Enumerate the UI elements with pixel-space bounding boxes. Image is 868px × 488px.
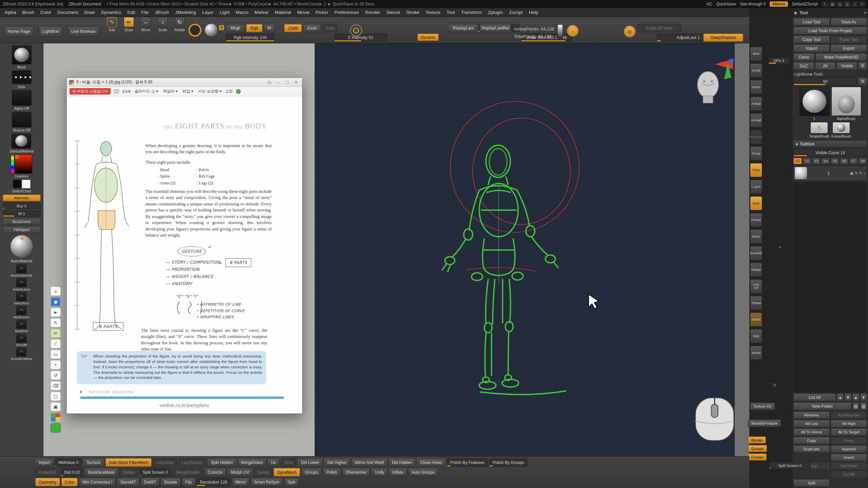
bottom-shelf-button[interactable]: ZRemesher — [342, 468, 370, 476]
save-as-button[interactable]: Save As — [831, 18, 867, 26]
shift-down-icon[interactable]: ▼ — [860, 393, 867, 401]
live-boolean-button[interactable]: Live Boolean — [68, 26, 99, 37]
right-shelf-button[interactable]: BPR — [750, 47, 762, 61]
bottom-shelf-button[interactable]: BackfaceMask — [85, 468, 118, 476]
clone-button[interactable]: Clone — [793, 53, 814, 61]
subtool-action-button[interactable]: Paste — [831, 437, 867, 444]
subtool-tab[interactable]: V1 — [793, 158, 802, 164]
paint-icon[interactable]: ✎ — [855, 171, 858, 176]
undo-icon[interactable]: ↺ — [51, 371, 61, 380]
bottom-shelf-button[interactable]: Import — [35, 458, 54, 467]
bottom-shelf-button[interactable]: Polish By Features — [447, 458, 488, 467]
menu-item[interactable]: JModeling — [172, 10, 199, 15]
goz-visible-button[interactable]: Visible — [836, 62, 857, 70]
menu-item[interactable]: Alpha — [1, 10, 19, 15]
menu-item[interactable]: Light — [217, 10, 233, 15]
menu-item[interactable]: Movie — [294, 10, 313, 15]
rgb-intensity-slider[interactable]: Rgb Intensity 100 — [226, 34, 275, 42]
mode-button[interactable]: ✎ Edit — [104, 17, 119, 37]
viewer-menu-item[interactable]: 책갈피 ▾ — [163, 89, 177, 94]
bottom-shelf-button[interactable]: Min Connected I — [79, 478, 115, 486]
pin-button[interactable]: 고정 — [225, 89, 233, 94]
replay-last-rel-button[interactable]: ReplayLastRel — [479, 24, 511, 32]
layers-icon[interactable]: ▤ — [837, 1, 843, 7]
viewer-titlebar[interactable]: 0 - 비율, 리듬 > 1 (9).jpg [1/20] - 꿀뷰 5.35 … — [67, 78, 302, 87]
subtool-tab[interactable]: V7 — [849, 158, 857, 164]
subtool-tab[interactable]: V3 — [812, 158, 821, 164]
bottom-shelf-button[interactable]: Auto Mask FiberMesh — [105, 458, 152, 467]
right-shelf-button[interactable]: Floor — [750, 163, 762, 177]
menu-item[interactable]: Marker — [252, 10, 272, 15]
right-shelf-button[interactable]: Actual — [750, 97, 762, 111]
bottom-shelf-button[interactable]: SDiv — [281, 458, 296, 467]
bottom-shelf-button[interactable]: Auto Groups — [408, 468, 438, 476]
close-icon[interactable]: ✕ — [292, 79, 300, 85]
bottom-shelf-button[interactable]: MidValue 0 — [55, 458, 82, 467]
visibility-eye-icon[interactable]: ◉ — [850, 171, 853, 176]
right-shelf-button[interactable]: Line Fill — [750, 279, 762, 293]
bottom-shelf-button[interactable]: Split Screen 0 — [139, 468, 172, 476]
mode-button[interactable]: ↔ Move — [138, 17, 153, 37]
bottom-shelf-button[interactable]: Mirror — [232, 478, 249, 486]
move-down-icon[interactable]: ▼ — [845, 393, 851, 401]
zcut-button[interactable]: Zcut — [322, 24, 337, 32]
current-material[interactable]: StartupMaterial — [9, 134, 34, 153]
make-polymesh3d-button[interactable]: Make PolyMesh3D — [815, 53, 867, 61]
alternate-button[interactable]: Alternate — [3, 195, 41, 201]
current-stroke[interactable]: Dots — [12, 70, 32, 89]
alpha-brush-thumbnail[interactable]: AlphaBrush — [831, 87, 861, 121]
bottom-shelf-button[interactable]: Split Hidden — [208, 458, 236, 467]
folder-icon[interactable]: ▤ — [852, 402, 859, 410]
bottom-shelf-button[interactable]: Delete — [254, 468, 273, 476]
list-all-button[interactable]: List All — [793, 393, 836, 401]
exif-button[interactable]: EXIF — [122, 89, 131, 94]
bottom-shelf-button[interactable]: Geometry — [35, 478, 60, 486]
stroke-preview-icon[interactable] — [189, 24, 201, 37]
load-tools-from-project-button[interactable]: Load Tools From Project — [793, 27, 867, 35]
spix-slider[interactable]: SPix 3 — [768, 57, 789, 64]
tray-divider-handle[interactable]: ◂ — [778, 245, 781, 249]
maximize-icon[interactable]: ▢ — [283, 79, 291, 85]
rgb-button[interactable]: Rgb — [246, 24, 262, 32]
menus-toggle[interactable]: Menus — [770, 1, 788, 7]
tool-palette-header[interactable]: ◆ Tool ≡ — [792, 8, 868, 17]
default-zscript-button[interactable]: DefaultZScript — [792, 2, 818, 6]
reorder-icon[interactable]: ↕ — [864, 171, 866, 176]
menu-item[interactable]: JBrush — [152, 10, 172, 15]
deep-shadow-button[interactable]: DeepShadow — [703, 34, 743, 42]
right-shelf-button[interactable]: Move — [750, 229, 762, 244]
mask-lasso-brush[interactable]: ◠ MaskLasso — [13, 306, 29, 319]
material-preview-sphere[interactable] — [11, 235, 33, 258]
viewer-menu-item[interactable]: 슬라이드 쇼 ▾ — [135, 89, 158, 94]
border-button[interactable]: Border — [748, 436, 766, 444]
bottom-shelf-button[interactable]: Morph UV — [228, 468, 253, 476]
eraser-brush-slot[interactable]: EraserBrush — [831, 122, 851, 138]
menu-item[interactable]: Draw — [81, 10, 98, 15]
lightbox-button[interactable]: LightBox — [39, 26, 62, 37]
menu-item[interactable]: Render — [362, 10, 383, 15]
zbrush-canvas[interactable] — [315, 43, 734, 456]
eye-icon[interactable]: ◉ — [51, 297, 61, 306]
pen-tablet-icon[interactable]: ✎ — [822, 1, 828, 7]
new-folder-button[interactable]: New Folder — [793, 402, 851, 410]
screen-icon[interactable]: ▢ — [51, 392, 61, 401]
secondary-color-swatch[interactable] — [22, 180, 31, 188]
pin-check-icon[interactable]: ✓ — [236, 89, 241, 94]
bottom-shelf-button[interactable]: StoreMT — [117, 478, 139, 486]
right-shelf-button[interactable]: AAHalf — [750, 113, 762, 127]
bottom-shelf-button[interactable]: Mirror And Weld — [351, 458, 387, 467]
color-picker[interactable]: Gradient — [11, 155, 32, 178]
menu-item[interactable]: Edit — [124, 10, 138, 15]
menu-item[interactable]: Tool — [443, 10, 458, 15]
subtool-action-button[interactable]: Duplicate — [793, 445, 830, 453]
mode-button[interactable]: ↻ Rotate — [172, 17, 187, 37]
doc-icon[interactable]: ▥ — [844, 1, 850, 7]
right-shelf-button[interactable]: Zoom3D — [750, 246, 762, 260]
subtool-action-button[interactable]: All To Home — [793, 428, 830, 436]
goz-button[interactable]: GoZ — [793, 62, 814, 70]
fillobject-button[interactable]: FillObject — [3, 226, 41, 233]
bottom-shelf-button[interactable]: MergeVisible — [173, 468, 203, 476]
update-badge-button[interactable]: 새 버전이 나왔습니다 — [70, 88, 111, 95]
subtool-action-button[interactable]: Del All — [831, 471, 867, 478]
bottom-shelf-button[interactable]: DynaMesh — [274, 468, 300, 476]
